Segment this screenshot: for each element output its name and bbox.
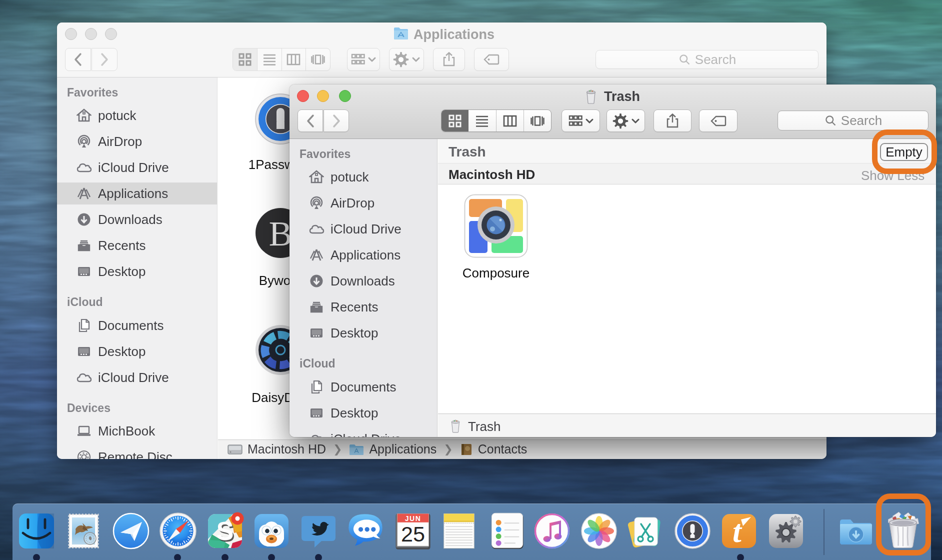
svg-text:S: S xyxy=(216,516,234,546)
svg-text:B: B xyxy=(269,214,292,253)
svg-text:t: t xyxy=(732,514,742,549)
svg-text:25: 25 xyxy=(401,522,425,546)
svg-text:JUN: JUN xyxy=(405,514,422,522)
